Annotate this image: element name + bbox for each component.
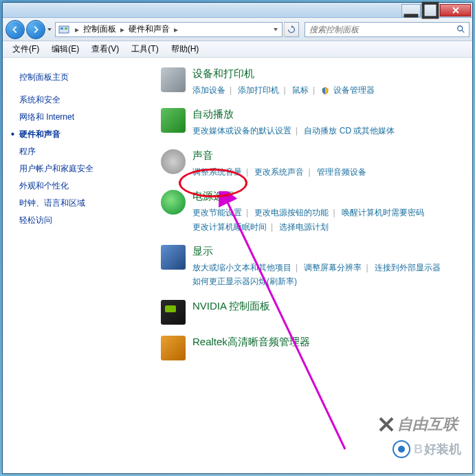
- minimize-button[interactable]: [401, 4, 421, 17]
- control-panel-window: ▸ 控制面板 ▸ 硬件和声音 ▸ 文件(F) 编辑(E) 查看(V) 工具(T)…: [2, 2, 473, 474]
- category-title[interactable]: 电源选项: [192, 190, 459, 203]
- svg-point-8: [398, 446, 405, 453]
- breadcrumb-item[interactable]: 控制面板: [82, 23, 118, 35]
- menu-bar: 文件(F) 编辑(E) 查看(V) 工具(T) 帮助(H): [3, 41, 472, 58]
- category-title[interactable]: 设备和打印机: [192, 67, 459, 80]
- link-audio-devices[interactable]: 管理音频设备: [317, 167, 366, 177]
- link-text-size[interactable]: 放大或缩小文本和其他项目: [192, 263, 291, 272]
- chevron-right-icon[interactable]: ▸: [118, 25, 127, 34]
- link-power-plan[interactable]: 选择电源计划: [279, 222, 329, 232]
- link-power-saving[interactable]: 更改节能设置: [192, 208, 242, 217]
- sidebar-home-link[interactable]: 控制面板主页: [19, 72, 140, 83]
- link-device-manager[interactable]: 设备管理器: [333, 85, 375, 95]
- svg-rect-1: [423, 3, 438, 17]
- content-area: 控制面板主页 系统和安全 网络和 Internet 硬件和声音 程序 用户帐户和…: [3, 58, 472, 473]
- svg-rect-4: [65, 28, 67, 30]
- link-add-printer[interactable]: 添加打印机: [238, 85, 279, 95]
- monitor-icon: [161, 245, 186, 270]
- close-button[interactable]: [440, 4, 471, 17]
- watermark-haozhuangji: B 好装机: [392, 440, 461, 459]
- shield-icon: [321, 87, 329, 95]
- power-icon: [161, 190, 186, 215]
- link-system-sounds[interactable]: 更改系统声音: [254, 167, 304, 177]
- category-links: 更改节能设置| 更改电源按钮的功能| 唤醒计算机时需要密码 更改计算机睡眠时间|…: [192, 206, 459, 234]
- category-title[interactable]: 自动播放: [192, 108, 459, 121]
- sidebar-item-system[interactable]: 系统和安全: [19, 91, 140, 109]
- sidebar: 控制面板主页 系统和安全 网络和 Internet 硬件和声音 程序 用户帐户和…: [3, 58, 147, 473]
- category-nvidia: NVIDIA 控制面板: [161, 300, 459, 325]
- link-wake-password[interactable]: 唤醒计算机时需要密码: [342, 208, 424, 217]
- control-panel-icon: [58, 24, 69, 35]
- category-autoplay: 自动播放 更改媒体或设备的默认设置| 自动播放 CD 或其他媒体: [161, 108, 459, 138]
- menu-help[interactable]: 帮助(H): [166, 42, 205, 56]
- svg-point-5: [458, 25, 463, 30]
- speaker-icon: [161, 149, 186, 174]
- search-box: [305, 22, 470, 37]
- sidebar-item-accounts[interactable]: 用户帐户和家庭安全: [19, 160, 140, 177]
- search-input[interactable]: [305, 25, 454, 34]
- printer-icon: [161, 67, 186, 92]
- svg-rect-0: [404, 14, 419, 17]
- category-links: 更改媒体或设备的默认设置| 自动播放 CD 或其他媒体: [192, 124, 459, 138]
- breadcrumb-item[interactable]: 硬件和声音: [127, 23, 171, 35]
- sidebar-item-appearance[interactable]: 外观和个性化: [19, 177, 140, 195]
- autoplay-icon: [161, 108, 186, 133]
- menu-file[interactable]: 文件(F): [7, 42, 45, 56]
- chevron-right-icon[interactable]: ▸: [171, 25, 181, 34]
- link-media-defaults[interactable]: 更改媒体或设备的默认设置: [192, 126, 291, 136]
- watermark-ziyou: 自由互联: [377, 414, 458, 435]
- forward-button[interactable]: [26, 20, 45, 39]
- menu-view[interactable]: 查看(V): [86, 42, 124, 56]
- sidebar-item-hardware[interactable]: 硬件和声音: [19, 126, 140, 143]
- category-title[interactable]: 显示: [192, 245, 459, 258]
- link-resolution[interactable]: 调整屏幕分辨率: [304, 263, 362, 272]
- nav-dropdown-icon[interactable]: [47, 20, 54, 39]
- dropdown-icon[interactable]: [272, 26, 279, 33]
- category-title[interactable]: Realtek高清晰音频管理器: [192, 336, 459, 349]
- category-title[interactable]: NVIDIA 控制面板: [192, 300, 459, 313]
- sidebar-item-ease[interactable]: 轻松访问: [19, 212, 140, 229]
- sidebar-list: 系统和安全 网络和 Internet 硬件和声音 程序 用户帐户和家庭安全 外观…: [19, 91, 140, 229]
- link-autoplay-cd[interactable]: 自动播放 CD 或其他媒体: [304, 126, 395, 136]
- main-panel: 设备和打印机 添加设备| 添加打印机| 鼠标| 设备管理器 自动播放 更改媒体或…: [147, 58, 472, 473]
- link-volume[interactable]: 调整系统音量: [192, 167, 242, 177]
- window-controls: [401, 4, 471, 17]
- link-sleep-time[interactable]: 更改计算机睡眠时间: [192, 222, 267, 232]
- navigation-bar: ▸ 控制面板 ▸ 硬件和声音 ▸: [3, 18, 472, 41]
- link-add-device[interactable]: 添加设备: [192, 85, 225, 95]
- link-mouse[interactable]: 鼠标: [292, 85, 309, 95]
- menu-edit[interactable]: 编辑(E): [46, 42, 85, 56]
- category-sound: 声音 调整系统音量| 更改系统声音| 管理音频设备: [161, 149, 459, 179]
- realtek-icon: [161, 336, 186, 360]
- category-title[interactable]: 声音: [192, 149, 459, 162]
- window-titlebar: [3, 3, 472, 18]
- nvidia-icon: [161, 300, 186, 325]
- address-bar[interactable]: ▸ 控制面板 ▸ 硬件和声音 ▸: [55, 22, 283, 37]
- category-devices: 设备和打印机 添加设备| 添加打印机| 鼠标| 设备管理器: [161, 67, 459, 97]
- sidebar-item-network[interactable]: 网络和 Internet: [19, 109, 140, 126]
- svg-rect-3: [60, 28, 63, 30]
- menu-tools[interactable]: 工具(T): [126, 42, 164, 56]
- sidebar-item-clock[interactable]: 时钟、语言和区域: [19, 195, 140, 212]
- link-external-display[interactable]: 连接到外部显示器: [375, 263, 441, 272]
- refresh-button[interactable]: [284, 22, 299, 37]
- category-links: 添加设备| 添加打印机| 鼠标| 设备管理器: [192, 83, 459, 97]
- category-power: 电源选项 更改节能设置| 更改电源按钮的功能| 唤醒计算机时需要密码 更改计算机…: [161, 190, 459, 234]
- maximize-button[interactable]: [421, 4, 440, 17]
- chevron-right-icon[interactable]: ▸: [72, 25, 82, 34]
- link-power-button[interactable]: 更改电源按钮的功能: [254, 208, 329, 217]
- category-realtek: Realtek高清晰音频管理器: [161, 336, 459, 360]
- sidebar-item-programs[interactable]: 程序: [19, 143, 140, 160]
- link-refresh-rate[interactable]: 如何更正显示器闪烁(刷新率): [192, 277, 297, 286]
- search-icon[interactable]: [454, 22, 469, 37]
- back-button[interactable]: [5, 20, 25, 39]
- category-display: 显示 放大或缩小文本和其他项目| 调整屏幕分辨率| 连接到外部显示器 如何更正显…: [161, 245, 459, 289]
- category-links: 放大或缩小文本和其他项目| 调整屏幕分辨率| 连接到外部显示器 如何更正显示器闪…: [192, 261, 459, 289]
- category-links: 调整系统音量| 更改系统声音| 管理音频设备: [192, 165, 459, 179]
